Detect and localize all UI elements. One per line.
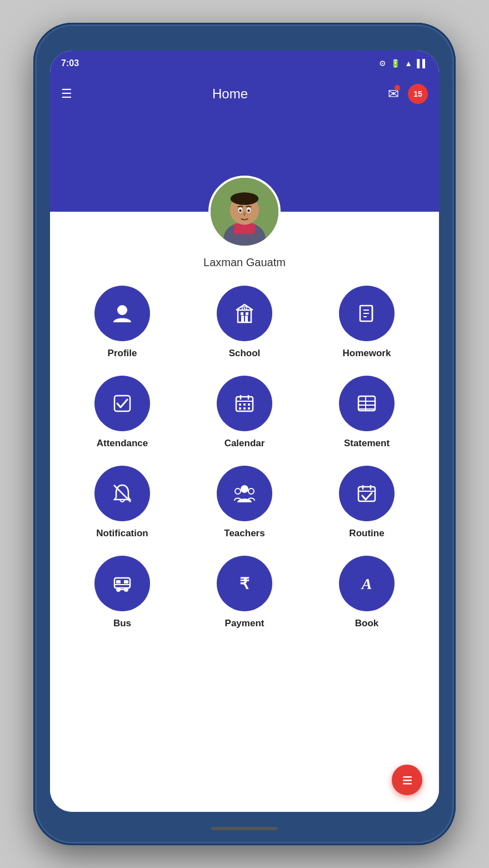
svg-rect-58 <box>403 780 412 781</box>
status-icons: ⚙ 🔋 ▲ ▌▌ <box>379 59 428 68</box>
grid-item-calendar[interactable]: Calendar <box>189 376 300 449</box>
page-title: Home <box>212 86 248 102</box>
grid-item-attendance[interactable]: Attendance <box>67 376 178 449</box>
svg-rect-31 <box>243 407 246 410</box>
svg-rect-3 <box>234 224 255 235</box>
grid-item-routine[interactable]: Routine <box>311 466 422 539</box>
svg-rect-13 <box>245 316 248 322</box>
svg-text:₹: ₹ <box>239 575 250 592</box>
home-bar <box>211 827 278 830</box>
settings-status-icon: ⚙ <box>379 59 386 68</box>
grid-item-book[interactable]: A Book <box>311 556 422 629</box>
svg-point-10 <box>117 305 127 315</box>
bus-label: Bus <box>113 618 131 629</box>
header: ☰ Home ✉ 15 <box>50 76 439 112</box>
svg-point-9 <box>247 209 250 212</box>
svg-rect-47 <box>116 580 121 583</box>
homework-icon-circle <box>339 286 395 341</box>
payment-label: Payment <box>225 618 265 629</box>
svg-point-51 <box>124 587 128 592</box>
book-icon-circle: A <box>339 556 395 611</box>
grid-item-payment[interactable]: ₹ Payment <box>189 556 300 629</box>
menu-grid: Profile School Homework Attendance Calen… <box>50 286 439 646</box>
content-area: Laxman Gauatm Profile School Homework At… <box>50 212 439 812</box>
svg-rect-15 <box>246 312 248 315</box>
attendance-icon-circle <box>94 376 150 431</box>
notification-label: Notification <box>96 528 148 539</box>
grid-item-notification[interactable]: Notification <box>67 466 178 539</box>
svg-rect-14 <box>241 312 243 315</box>
statement-icon-circle <box>339 376 395 431</box>
grid-item-bus[interactable]: Bus <box>67 556 178 629</box>
svg-point-40 <box>235 488 241 494</box>
school-icon-circle <box>217 286 272 341</box>
profile-label: Profile <box>108 348 137 359</box>
grid-item-homework[interactable]: Homework <box>311 286 422 359</box>
mail-button[interactable]: ✉ <box>388 86 399 102</box>
phone-frame: 7:03 ⚙ 🔋 ▲ ▌▌ ☰ Home ✉ 15 <box>33 23 456 845</box>
grid-item-profile[interactable]: Profile <box>67 286 178 359</box>
bus-icon-circle <box>94 556 150 611</box>
svg-rect-32 <box>248 407 250 410</box>
screen: 7:03 ⚙ 🔋 ▲ ▌▌ ☰ Home ✉ 15 <box>50 51 439 812</box>
grid-item-school[interactable]: School <box>189 286 300 359</box>
homework-label: Homework <box>343 348 391 359</box>
school-label: School <box>229 348 261 359</box>
svg-rect-27 <box>239 403 241 406</box>
svg-point-41 <box>248 488 254 494</box>
svg-point-17 <box>244 308 246 310</box>
user-name: Laxman Gauatm <box>203 256 286 269</box>
calendar-label: Calendar <box>224 438 265 449</box>
status-bar: 7:03 ⚙ 🔋 ▲ ▌▌ <box>50 51 439 76</box>
hero-banner <box>50 112 439 212</box>
svg-point-5 <box>231 192 259 205</box>
phone-outer: 7:03 ⚙ 🔋 ▲ ▌▌ ☰ Home ✉ 15 <box>0 0 489 868</box>
svg-point-50 <box>116 587 121 592</box>
book-label: Book <box>355 618 379 629</box>
svg-rect-30 <box>239 407 241 410</box>
signal-icon: ▌▌ <box>417 59 428 68</box>
fab-menu-button[interactable] <box>392 765 422 795</box>
svg-rect-48 <box>124 580 128 583</box>
avatar <box>208 176 281 248</box>
svg-rect-28 <box>243 403 246 406</box>
hamburger-menu-button[interactable]: ☰ <box>61 87 72 101</box>
svg-point-39 <box>241 485 248 493</box>
svg-point-8 <box>239 209 242 212</box>
notification-icon-circle <box>94 466 150 521</box>
home-indicator <box>211 812 278 845</box>
header-actions: ✉ 15 <box>388 84 428 104</box>
svg-rect-11 <box>238 310 251 322</box>
teachers-icon-circle <box>217 466 272 521</box>
calendar-icon-circle <box>217 376 272 431</box>
statement-label: Statement <box>344 438 390 449</box>
wifi-icon: ▲ <box>405 59 412 68</box>
routine-label: Routine <box>349 528 384 539</box>
routine-icon-circle <box>339 466 395 521</box>
status-time: 7:03 <box>61 58 79 68</box>
svg-rect-29 <box>248 403 250 406</box>
svg-rect-57 <box>403 776 412 778</box>
attendance-label: Attendance <box>97 438 148 449</box>
battery-saver-icon: 🔋 <box>391 59 400 68</box>
mail-dot-badge <box>395 85 400 91</box>
svg-text:A: A <box>361 575 372 592</box>
svg-rect-12 <box>241 316 244 322</box>
profile-icon-circle <box>94 286 150 341</box>
svg-rect-59 <box>403 783 412 785</box>
notification-badge-button[interactable]: 15 <box>408 84 428 104</box>
grid-item-teachers[interactable]: Teachers <box>189 466 300 539</box>
teachers-label: Teachers <box>224 528 265 539</box>
grid-item-statement[interactable]: Statement <box>311 376 422 449</box>
payment-icon-circle: ₹ <box>217 556 272 611</box>
